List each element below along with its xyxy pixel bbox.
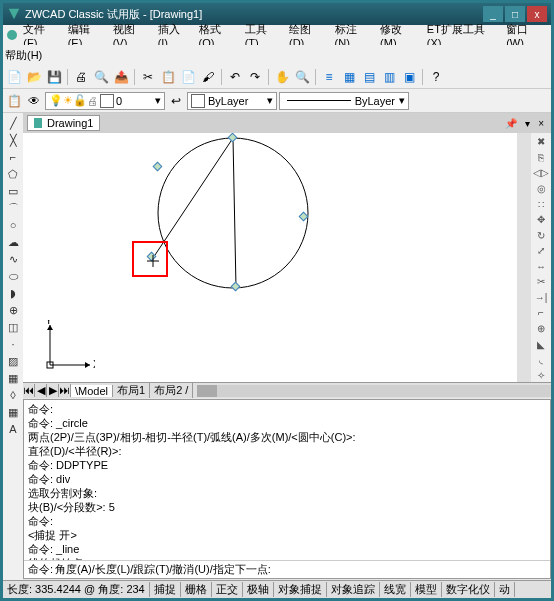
svg-line-4 <box>153 138 233 258</box>
cmd-line: <捕捉 开> <box>28 528 546 542</box>
gradient-icon[interactable]: ▦ <box>5 370 21 386</box>
tab-last-icon[interactable]: ⏭ <box>59 384 71 397</box>
undo-icon[interactable]: ↶ <box>226 68 244 86</box>
command-history[interactable]: 命令: 命令: _circle 两点(2P)/三点(3P)/相切-相切-半径(T… <box>24 400 550 560</box>
stretch-icon[interactable]: ↔ <box>533 260 549 274</box>
doc-tab-active[interactable]: Drawing1 <box>27 115 100 131</box>
cmd-line: 命令: _line <box>28 542 546 556</box>
point-icon[interactable]: · <box>5 336 21 352</box>
block-icon[interactable]: ◫ <box>5 319 21 335</box>
insert-icon[interactable]: ⊕ <box>5 302 21 318</box>
fillet-icon[interactable]: ◟ <box>533 353 549 367</box>
publish-icon[interactable]: 📤 <box>112 68 130 86</box>
linetype-dropdown[interactable]: ByLayer ▾ <box>279 92 409 110</box>
cut-icon[interactable]: ✂ <box>139 68 157 86</box>
otrack-button[interactable]: 对象追踪 <box>327 582 380 597</box>
help-icon[interactable]: ? <box>427 68 445 86</box>
tab-next-icon[interactable]: ▶ <box>47 384 59 397</box>
polar-button[interactable]: 极轴 <box>243 582 274 597</box>
print-icon[interactable]: 🖨 <box>72 68 90 86</box>
save-icon[interactable]: 💾 <box>45 68 63 86</box>
tab-dropdown-icon[interactable]: ▾ <box>522 118 533 129</box>
zoom-icon[interactable]: 🔍 <box>293 68 311 86</box>
rect-icon[interactable]: ▭ <box>5 183 21 199</box>
props-icon[interactable]: ▦ <box>340 68 358 86</box>
extend-icon[interactable]: →| <box>533 291 549 305</box>
dyn-button[interactable]: 动 <box>495 582 515 597</box>
lwt-button[interactable]: 线宽 <box>380 582 411 597</box>
polygon-icon[interactable]: ⬠ <box>5 166 21 182</box>
svg-text:X: X <box>93 358 95 370</box>
layer-icon[interactable]: 👁 <box>25 92 43 110</box>
svg-line-3 <box>233 138 236 288</box>
spline-icon[interactable]: ∿ <box>5 251 21 267</box>
drawing-canvas[interactable]: X Y <box>23 133 517 382</box>
chamfer-icon[interactable]: ◣ <box>533 337 549 351</box>
ellipse-icon[interactable]: ⬭ <box>5 268 21 284</box>
preview-icon[interactable]: 🔍 <box>92 68 110 86</box>
model-tab[interactable]: \Model <box>71 385 113 397</box>
tab-prev-icon[interactable]: ◀ <box>35 384 47 397</box>
layers-icon[interactable]: ≡ <box>320 68 338 86</box>
scale-icon[interactable]: ⤢ <box>533 244 549 258</box>
modify-toolbar: ✖ ⎘ ◁▷ ◎ ∷ ✥ ↻ ⤢ ↔ ✂ →| ⌐ ⊕ ◣ ◟ ✧ <box>531 133 551 382</box>
command-input-row: 命令: 角度(A)/长度(L)/跟踪(T)/撤消(U)/指定下一点: <box>24 560 550 578</box>
app-icon <box>5 28 18 42</box>
mirror-icon[interactable]: ◁▷ <box>533 166 549 180</box>
ellarc-icon[interactable]: ◗ <box>5 285 21 301</box>
tablet-button[interactable]: 数字化仪 <box>442 582 495 597</box>
match-icon[interactable]: 🖌 <box>199 68 217 86</box>
standard-toolbar: 📄 📂 💾 🖨 🔍 📤 ✂ 📋 📄 🖌 ↶ ↷ ✋ 🔍 ≡ ▦ ▤ ▥ ▣ ? <box>3 65 551 89</box>
circle-icon[interactable]: ○ <box>5 217 21 233</box>
sheet-icon[interactable]: ▣ <box>400 68 418 86</box>
mtext-icon[interactable]: A <box>5 421 21 437</box>
break-icon[interactable]: ⌐ <box>533 306 549 320</box>
redo-icon[interactable]: ↷ <box>246 68 264 86</box>
model-button[interactable]: 模型 <box>411 582 442 597</box>
doc-icon <box>34 118 44 128</box>
hatch-icon[interactable]: ▨ <box>5 353 21 369</box>
rotate-icon[interactable]: ↻ <box>533 228 549 242</box>
array-icon[interactable]: ∷ <box>533 197 549 211</box>
layout-tab-2[interactable]: 布局2 / <box>150 383 193 398</box>
tab-pin-icon[interactable]: 📌 <box>502 118 520 129</box>
arc-icon[interactable]: ⌒ <box>5 200 21 216</box>
layout-tab-1[interactable]: 布局1 <box>113 383 150 398</box>
move-icon[interactable]: ✥ <box>533 213 549 227</box>
dcenter-icon[interactable]: ▤ <box>360 68 378 86</box>
paste-icon[interactable]: 📄 <box>179 68 197 86</box>
layout-tabs: ⏮ ◀ ▶ ⏭ \Model 布局1 布局2 / <box>23 382 551 398</box>
trim-icon[interactable]: ✂ <box>533 275 549 289</box>
grid-button[interactable]: 栅格 <box>181 582 212 597</box>
tab-first-icon[interactable]: ⏮ <box>23 384 35 397</box>
copy-icon[interactable]: 📋 <box>159 68 177 86</box>
erase-icon[interactable]: ✖ <box>533 135 549 149</box>
tab-close-icon[interactable]: × <box>535 118 547 129</box>
osnap-button[interactable]: 对象捕捉 <box>274 582 327 597</box>
explode-icon[interactable]: ✧ <box>533 368 549 382</box>
open-icon[interactable]: 📂 <box>25 68 43 86</box>
line-icon[interactable]: ╱ <box>5 115 21 131</box>
offset-icon[interactable]: ◎ <box>533 182 549 196</box>
layer-dropdown[interactable]: 💡☀🔓🖨 0 ▾ <box>45 92 165 110</box>
cmd-prompt: 命令: <box>28 562 53 577</box>
snap-button[interactable]: 捕捉 <box>150 582 181 597</box>
join-icon[interactable]: ⊕ <box>533 322 549 336</box>
cmd-input[interactable]: 角度(A)/长度(L)/跟踪(T)/撤消(U)/指定下一点: <box>55 562 271 577</box>
palette-icon[interactable]: ▥ <box>380 68 398 86</box>
xline-icon[interactable]: ╳ <box>5 132 21 148</box>
copy-obj-icon[interactable]: ⎘ <box>533 151 549 165</box>
new-icon[interactable]: 📄 <box>5 68 23 86</box>
layprev-icon[interactable]: ↩ <box>167 92 185 110</box>
color-dropdown[interactable]: ByLayer ▾ <box>187 92 277 110</box>
table-icon[interactable]: ▦ <box>5 404 21 420</box>
vscrollbar[interactable] <box>517 133 531 382</box>
hscrollbar[interactable] <box>197 385 551 397</box>
menu-help[interactable]: 帮助(H) <box>5 48 42 63</box>
ortho-button[interactable]: 正交 <box>212 582 243 597</box>
region-icon[interactable]: ◊ <box>5 387 21 403</box>
layer-mgr-icon[interactable]: 📋 <box>5 92 23 110</box>
pan-icon[interactable]: ✋ <box>273 68 291 86</box>
pline-icon[interactable]: ⌐ <box>5 149 21 165</box>
revcloud-icon[interactable]: ☁ <box>5 234 21 250</box>
